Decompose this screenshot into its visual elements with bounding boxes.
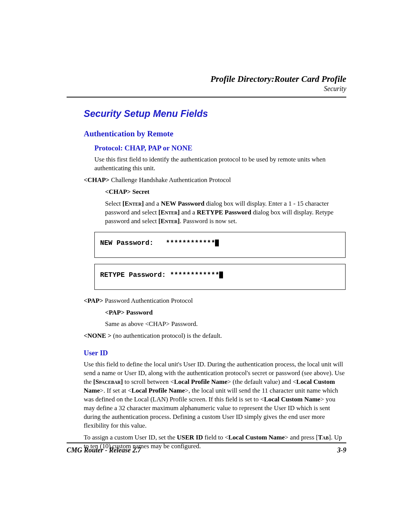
key-spacebar: [Spacebar]: [93, 378, 123, 385]
terminal-retype-password: RETYPE Password: ************: [94, 264, 346, 290]
terminal-mask: ************: [170, 271, 220, 279]
terminal-label: RETYPE Password:: [100, 271, 170, 279]
txt: . Password is now set.: [180, 217, 237, 225]
terminal-label: NEW Password:: [100, 239, 166, 247]
terminal-line: NEW Password: ************: [100, 239, 340, 247]
chap-def: Challenge Handshake Authentication Proto…: [110, 176, 231, 184]
txt: >. If set at <: [100, 387, 131, 394]
local-profile-name: Local Profile Name: [174, 378, 227, 385]
pap-password-body: Same as above <CHAP> Password.: [105, 320, 346, 329]
key-enter: [Enter]: [158, 217, 180, 225]
page-body: Profile Directory:Router Card Profile Se…: [67, 74, 346, 451]
pap-password-heading: <PAP> Password: [105, 308, 346, 317]
header-title: Profile Directory:Router Card Profile: [67, 74, 346, 84]
protocol-intro: Use this first field to identify the aut…: [94, 155, 346, 173]
header-rule: [67, 97, 346, 97]
pap-line: <PAP> Password Authentication Protocol: [84, 297, 346, 305]
new-password-label: NEW Password: [161, 200, 204, 207]
local-custom-name: Local Custom Name: [264, 396, 320, 403]
cursor-icon: [215, 240, 219, 246]
footer-page-number: 3-9: [337, 446, 346, 454]
content-area: Authentication by Remote Protocol: CHAP,…: [84, 129, 346, 451]
txt: and a: [180, 209, 197, 216]
pap-tag: <PAP>: [84, 297, 103, 304]
txt: Select: [105, 200, 123, 207]
footer-rule: [67, 443, 346, 443]
txt: > (the default value) and <: [228, 378, 296, 385]
txt: and a: [144, 200, 161, 207]
none-tag: <NONE >: [84, 332, 112, 339]
user-id-p1: Use this field to define the local unit'…: [84, 360, 346, 430]
heading-auth-remote: Authentication by Remote: [84, 129, 346, 139]
pap-def: Password Authentication Protocol: [103, 297, 193, 304]
local-profile-name: Local Profile Name: [131, 387, 185, 394]
page-footer: CMG Router - Release 2.7 3-9: [67, 439, 346, 454]
chap-tag: <CHAP>: [84, 176, 110, 184]
terminal-new-password: NEW Password: ************: [94, 232, 346, 258]
key-enter: [Enter]: [158, 209, 180, 216]
terminal-line: RETYPE Password: ************: [100, 271, 340, 279]
cursor-icon: [219, 272, 223, 278]
retype-password-label: RETYPE Password: [197, 209, 251, 216]
none-def: (no authentication protocol) is the defa…: [112, 332, 222, 339]
none-line: <NONE > (no authentication protocol) is …: [84, 332, 346, 340]
heading-protocol: Protocol: CHAP, PAP or NONE: [94, 144, 346, 152]
chap-secret-body: Select [Enter] and a NEW Password dialog…: [105, 200, 346, 226]
txt: to scroll between <: [123, 378, 174, 385]
key-enter: [Enter]: [123, 200, 144, 207]
header-subtitle: Security: [67, 85, 346, 93]
chap-secret-heading: <CHAP> Secret: [105, 188, 346, 197]
heading-user-id: User ID: [84, 349, 346, 357]
chap-line: <CHAP> Challenge Handshake Authenticatio…: [84, 176, 346, 185]
terminal-mask: ************: [166, 239, 215, 247]
footer-left: CMG Router - Release 2.7: [67, 446, 141, 454]
section-heading-h1: Security Setup Menu Fields: [84, 108, 346, 119]
